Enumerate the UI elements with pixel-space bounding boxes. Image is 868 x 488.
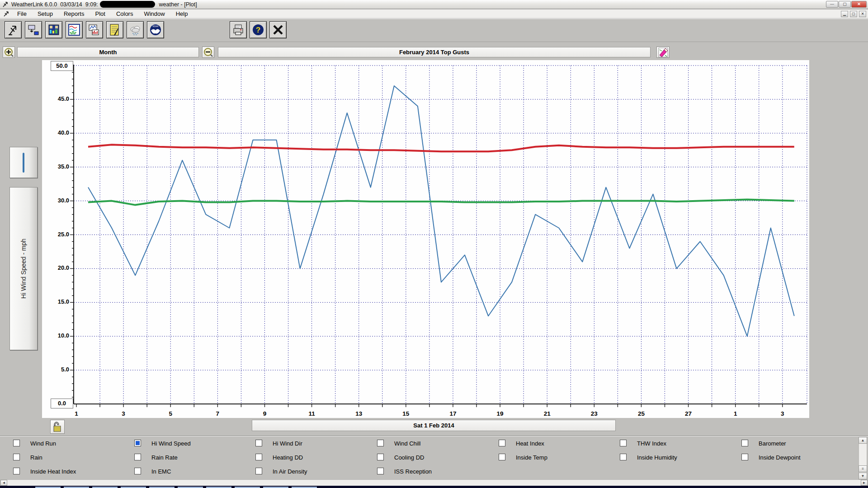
- checkbox-hi-wind-dir[interactable]: [255, 440, 262, 446]
- notes-icon: [108, 23, 121, 36]
- panel-divider: [0, 436, 868, 436]
- checkbox-label-rain-rate[interactable]: Rain Rate: [151, 454, 178, 461]
- date-range-bar[interactable]: Sat 1 Feb 2014: [252, 420, 616, 431]
- bulletin-button[interactable]: [45, 21, 62, 38]
- window-title-right: weather - [Plot]: [159, 1, 197, 8]
- mdi-minimize-icon[interactable]: ▁: [841, 11, 848, 17]
- scroll-up-icon[interactable]: ▲: [859, 437, 867, 444]
- checkbox-label-wind-run[interactable]: Wind Run: [30, 440, 56, 447]
- strip-chart-button[interactable]: [86, 21, 103, 38]
- checkbox-label-in-emc[interactable]: In EMC: [151, 468, 171, 475]
- strip-chart-icon: [88, 23, 101, 36]
- print-button[interactable]: [230, 21, 247, 38]
- app-icon: [2, 1, 9, 8]
- checkbox-label-hi-wind-dir[interactable]: Hi Wind Dir: [273, 440, 302, 447]
- checkbox-label-in-air-density[interactable]: In Air Density: [273, 468, 307, 475]
- zoom-out-button[interactable]: [202, 47, 214, 58]
- download-icon: [27, 23, 40, 36]
- checkbox-inside-temp[interactable]: [499, 454, 505, 460]
- checkbox-thw-index[interactable]: [620, 440, 627, 446]
- x-axis-tick-label: 5: [169, 410, 172, 417]
- checkbox-in-emc[interactable]: [134, 468, 141, 474]
- y-axis-title: Hi Wind Speed - mph: [10, 188, 37, 350]
- checkbox-iss-reception[interactable]: [377, 468, 384, 474]
- plot-button[interactable]: [66, 21, 83, 38]
- menu-item-file[interactable]: File: [12, 9, 32, 18]
- close-button[interactable]: ✕: [851, 1, 867, 8]
- checkbox-in-air-density[interactable]: [255, 468, 262, 474]
- menu-item-setup[interactable]: Setup: [32, 9, 58, 18]
- period-selector[interactable]: Month: [17, 47, 199, 57]
- series-color-key-button[interactable]: [9, 147, 38, 178]
- plot-canvas[interactable]: 1357911131517192123252713: [60, 64, 812, 426]
- checkbox-label-cooling-dd[interactable]: Cooling DD: [394, 454, 424, 461]
- lock-button[interactable]: [50, 420, 65, 434]
- window-title-left: WeatherLink 6.0.0 03/03/14 9:09:: [11, 1, 98, 8]
- legend-series-line: [23, 153, 24, 173]
- checkbox-label-barometer[interactable]: Barometer: [759, 440, 786, 447]
- checkbox-inside-humidity[interactable]: [620, 454, 627, 460]
- x-axis-tick-label: 19: [497, 410, 504, 417]
- x-axis-tick-label: 1: [734, 410, 737, 417]
- checkbox-label-heat-index[interactable]: Heat Index: [516, 440, 544, 447]
- menu-item-window[interactable]: Window: [138, 9, 170, 18]
- checkbox-label-inside-heat-index[interactable]: Inside Heat Index: [30, 468, 76, 475]
- checkbox-label-inside-humidity[interactable]: Inside Humidity: [637, 454, 677, 461]
- title-bar: WeatherLink 6.0.0 03/03/14 9:09: weather…: [0, 0, 868, 9]
- checkbox-label-hi-wind-speed[interactable]: Hi Wind Speed: [151, 440, 191, 447]
- checkbox-heating-dd[interactable]: [255, 454, 262, 460]
- checkbox-heat-index[interactable]: [499, 440, 505, 446]
- x-axis-tick-label: 23: [591, 410, 598, 417]
- menu-item-colors[interactable]: Colors: [111, 9, 139, 18]
- mdi-window-controls: ▁ ▢ ✕: [841, 11, 866, 17]
- weather-station-button[interactable]: [5, 21, 22, 38]
- checkbox-label-inside-temp[interactable]: Inside Temp: [516, 454, 547, 461]
- mdi-close-icon[interactable]: ✕: [859, 11, 866, 17]
- mdi-restore-icon[interactable]: ▢: [850, 11, 857, 17]
- x-axis-tick-label: 25: [638, 410, 645, 417]
- help-button[interactable]: ?: [250, 21, 267, 38]
- y-axis-title-button[interactable]: Hi Wind Speed - mph: [9, 187, 38, 350]
- menu-item-help[interactable]: Help: [170, 9, 193, 18]
- x-axis-tick-label: 9: [263, 410, 267, 417]
- checkbox-label-wind-chill[interactable]: Wind Chill: [394, 440, 421, 447]
- checkbox-label-iss-reception[interactable]: ISS Reception: [394, 468, 432, 475]
- menu-item-reports[interactable]: Reports: [58, 9, 90, 18]
- clear-plot-button[interactable]: [656, 47, 670, 58]
- checkbox-hi-wind-speed[interactable]: [134, 440, 141, 446]
- x-axis-tick-label: 15: [402, 410, 410, 417]
- zoom-in-button[interactable]: [3, 47, 15, 58]
- checkbox-inside-heat-index[interactable]: [13, 468, 20, 474]
- notes-button[interactable]: [106, 21, 123, 38]
- close-plot-button[interactable]: [269, 21, 287, 38]
- checkbox-rain[interactable]: [13, 454, 20, 460]
- noaa-button[interactable]: NOAA: [147, 21, 164, 38]
- scroll-down-icon[interactable]: ▼: [859, 473, 867, 479]
- zoom-out-icon: [203, 47, 213, 57]
- menu-item-plot[interactable]: Plot: [90, 9, 110, 18]
- checkbox-barometer[interactable]: [741, 440, 748, 446]
- checkbox-rain-rate[interactable]: [134, 454, 141, 460]
- minimize-button[interactable]: —: [826, 1, 838, 8]
- maximize-button[interactable]: ▢: [839, 1, 851, 8]
- checkbox-label-rain[interactable]: Rain: [30, 454, 42, 461]
- checkbox-inside-dewpoint[interactable]: [741, 454, 748, 460]
- horizontal-scrollbar[interactable]: [0, 479, 868, 486]
- checkbox-wind-chill[interactable]: [377, 440, 384, 446]
- checkbox-wind-run[interactable]: [13, 440, 20, 446]
- weather-station-icon: [7, 23, 19, 36]
- scrollbar-thumb[interactable]: ≡: [859, 465, 867, 472]
- checkbox-cooling-dd[interactable]: [377, 454, 384, 460]
- zoom-in-icon: [4, 47, 14, 57]
- svg-text:NOAA: NOAA: [153, 25, 159, 28]
- series-line-reference-line: [88, 145, 794, 151]
- x-axis-tick-label: 11: [308, 410, 315, 417]
- scroll-right-icon[interactable]: ►: [861, 480, 868, 486]
- toolbar: NOAA ?: [0, 19, 868, 42]
- scroll-left-icon[interactable]: ◄: [0, 480, 7, 486]
- checkbox-label-heating-dd[interactable]: Heating DD: [273, 454, 303, 461]
- cloud-button[interactable]: [127, 21, 144, 38]
- checkbox-label-thw-index[interactable]: THW Index: [637, 440, 666, 447]
- download-button[interactable]: [25, 21, 42, 38]
- checkbox-label-inside-dewpoint[interactable]: Inside Dewpoint: [759, 454, 801, 461]
